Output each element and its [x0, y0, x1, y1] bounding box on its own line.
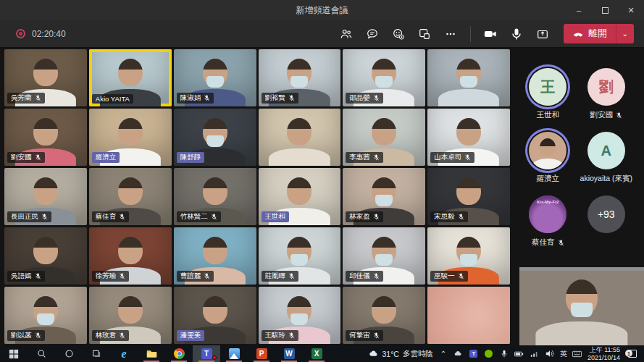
mic-muted-icon: [119, 332, 125, 339]
avatar-label: 王世和: [537, 110, 560, 120]
hangup-icon: [572, 28, 584, 40]
mic-tray-icon[interactable]: [499, 349, 509, 359]
reactions-button[interactable]: [388, 23, 409, 45]
participant-avatar-蔡佳育[interactable]: Kis-My-Ft2蔡佳育: [519, 195, 577, 248]
video-tile-邵品嫈[interactable]: 邵品嫈: [343, 49, 425, 106]
video-tile[interactable]: [259, 109, 341, 166]
video-tile-林家盈[interactable]: 林家盈: [343, 168, 425, 225]
video-tile-何擎宙[interactable]: 何擎宙: [343, 287, 425, 344]
video-tile-吳芳蘭[interactable]: 吳芳蘭: [4, 49, 87, 106]
participant-name-label: 羅濟立: [92, 152, 120, 163]
taskbar-powerpoint-icon[interactable]: P: [248, 345, 275, 362]
battery-icon[interactable]: [514, 349, 524, 359]
video-tile-潘雯美[interactable]: 潘雯美: [174, 287, 256, 344]
mic-muted-icon: [288, 332, 295, 339]
touch-keyboard-icon[interactable]: [572, 349, 582, 359]
participant-video: [427, 287, 510, 344]
video-tile[interactable]: [427, 49, 510, 106]
onedrive-icon[interactable]: [453, 349, 464, 359]
participant-name-label: 吳語嫣: [7, 271, 45, 282]
weather-desc: 多雲時陰: [403, 349, 433, 359]
input-language[interactable]: 英: [560, 349, 567, 359]
taskbar-file-explorer-icon[interactable]: [138, 345, 165, 362]
video-tile-巫駿一[interactable]: 巫駿一: [427, 227, 510, 285]
video-tile-蘇佳育[interactable]: 蘇佳育: [89, 168, 172, 225]
video-tile-劉裕賢[interactable]: 劉裕賢: [259, 49, 341, 106]
leave-options-chevron[interactable]: ⌄: [616, 30, 634, 38]
face-mask: [37, 313, 54, 325]
taskbar-search-button[interactable]: [28, 345, 55, 362]
self-view-tile[interactable]: [519, 267, 644, 345]
more-button[interactable]: [440, 23, 461, 45]
video-tile-曹誼麗[interactable]: 曹誼麗: [174, 227, 256, 285]
participant-avatar-王世和[interactable]: 王王世和: [519, 68, 577, 120]
taskbar-photos-icon[interactable]: [220, 345, 248, 362]
video-tile-劉以菡[interactable]: 劉以菡: [4, 287, 87, 344]
taskbar-task-view-button[interactable]: [83, 345, 110, 362]
video-tile-Akio YAITA[interactable]: Akio YAITA: [89, 49, 172, 106]
avatar-label: 蔡佳育: [532, 237, 564, 248]
participant-name-label: 林家盈: [346, 211, 383, 222]
video-tile-王馭玲[interactable]: 王馭玲: [259, 287, 341, 344]
taskbar-excel-icon[interactable]: X: [303, 345, 330, 362]
network-icon[interactable]: [530, 349, 540, 359]
video-tile-羅濟立[interactable]: 羅濟立: [89, 109, 172, 166]
participant-name-label: 曹誼麗: [177, 271, 214, 282]
taskbar-word-icon[interactable]: W: [275, 345, 303, 362]
taskbar-teams-icon[interactable]: T: [193, 345, 220, 362]
video-tile[interactable]: [427, 287, 510, 344]
windows-taskbar: eTPWX 31°C 多雲時陰 ⌃ T 英 上午 11:55 2021/10/1…: [0, 345, 644, 362]
video-tile-陳淑娟[interactable]: 陳淑娟: [174, 49, 256, 106]
participant-name-label: 劉以菡: [7, 330, 45, 341]
video-tile-林玫君[interactable]: 林玫君: [89, 287, 172, 344]
video-tile-陳舒靜[interactable]: 陳舒靜: [174, 109, 256, 166]
minimize-button[interactable]: –: [566, 0, 592, 20]
video-tile-長田正民[interactable]: 長田正民: [4, 168, 87, 225]
avatar: [529, 132, 566, 169]
overflow-count[interactable]: +93: [577, 195, 636, 248]
taskbar-cortana-button[interactable]: [55, 345, 83, 362]
video-tile-邱佳儀[interactable]: 邱佳儀: [343, 227, 425, 285]
leave-button[interactable]: 離開⌄: [564, 24, 634, 43]
taskbar-internet-explorer-icon[interactable]: e: [110, 345, 138, 362]
volume-icon[interactable]: [545, 349, 555, 359]
participant-name-label: 陳淑娟: [177, 93, 214, 104]
video-tile-徐芳瑜[interactable]: 徐芳瑜: [89, 227, 172, 285]
participant-video: [259, 109, 341, 166]
video-tile-山本卓司[interactable]: 山本卓司: [427, 109, 510, 166]
mic-muted-icon: [204, 95, 210, 101]
face-mask: [375, 254, 393, 266]
meeting-timer: 02:20:40: [32, 29, 66, 39]
taskbar-start-button[interactable]: [0, 345, 28, 362]
hidden-icons-chevron[interactable]: ⌃: [438, 349, 448, 359]
taskbar-clock[interactable]: 上午 11:55 2021/10/14: [587, 346, 620, 361]
mic-button[interactable]: [506, 23, 527, 45]
weather-widget[interactable]: 31°C 多雲時陰: [369, 349, 432, 359]
action-center[interactable]: 1: [625, 350, 640, 358]
participant-name-label: 山本卓司: [430, 152, 474, 163]
leave-label: 離開: [589, 28, 607, 40]
video-tile-吳語嫣[interactable]: 吳語嫣: [4, 227, 87, 285]
video-tile-宋思毅[interactable]: 宋思毅: [427, 168, 510, 225]
close-button[interactable]: ✕: [618, 0, 644, 20]
participant-avatar-羅濟立[interactable]: 羅濟立: [519, 132, 577, 184]
teams-tray-icon[interactable]: T: [469, 349, 479, 359]
video-tile-莊胤暉[interactable]: 莊胤暉: [259, 227, 341, 285]
maximize-button[interactable]: [592, 0, 618, 20]
video-tile-李惠茜[interactable]: 李惠茜: [343, 109, 425, 166]
participants-button[interactable]: [335, 23, 357, 45]
share-button[interactable]: [532, 23, 553, 45]
nvidia-icon[interactable]: [484, 349, 494, 359]
participant-avatar-akioyaita (來賓)[interactable]: Aakioyaita (來賓): [577, 132, 636, 184]
taskbar-chrome-icon[interactable]: [165, 345, 193, 362]
video-tile-竹林賢二[interactable]: 竹林賢二: [174, 168, 256, 225]
rooms-button[interactable]: [414, 23, 435, 45]
camera-button[interactable]: [480, 23, 501, 45]
participant-name-label: 巫駿一: [430, 271, 468, 282]
video-tile-王世和[interactable]: 王世和: [259, 168, 341, 225]
participant-avatar-劉安國[interactable]: 劉劉安國: [577, 68, 636, 120]
video-tile-劉安國[interactable]: 劉安國: [4, 109, 87, 166]
meeting-stage: 吳芳蘭Akio YAITA陳淑娟劉裕賢邵品嫈劉安國羅濟立陳舒靜李惠茜山本卓司長田…: [0, 48, 644, 345]
avatar: A: [587, 132, 625, 169]
chat-button[interactable]: [361, 23, 383, 45]
